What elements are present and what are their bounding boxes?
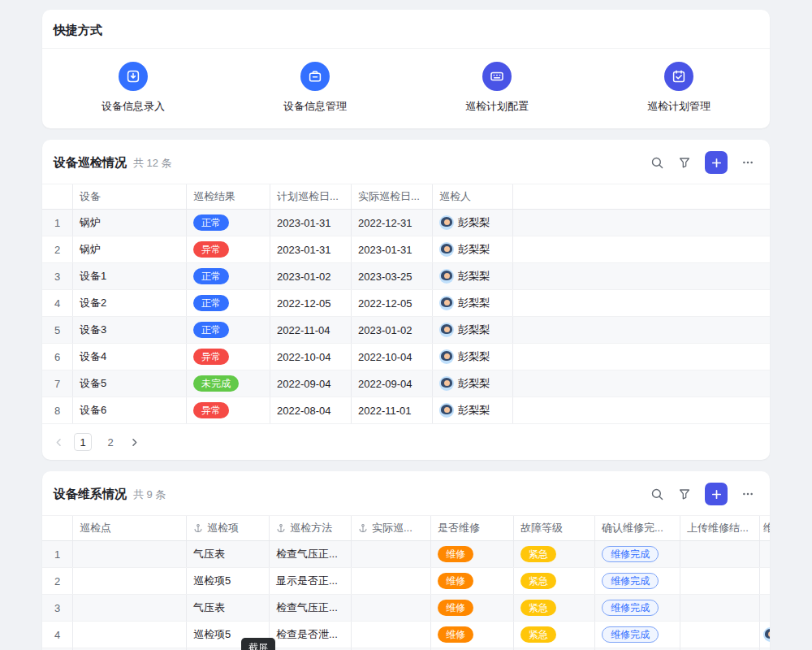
device-cell[interactable]: 设备6 bbox=[73, 397, 187, 423]
level-cell[interactable]: 紧急 bbox=[514, 541, 595, 567]
screenshot-tooltip[interactable]: 截屏 bbox=[241, 638, 275, 650]
inspector-cell[interactable]: 彭梨梨 bbox=[433, 263, 513, 289]
actual-date-cell[interactable]: 2023-01-02 bbox=[352, 317, 433, 343]
shortcut-device-entry[interactable]: 设备信息录入 bbox=[42, 62, 224, 114]
table-row[interactable]: 3 气压表 检查气压正... 维修 紧急 维修完成 bbox=[42, 595, 770, 622]
column-header-plan-date[interactable]: 计划巡检日... bbox=[270, 184, 352, 209]
actual-cell[interactable] bbox=[352, 595, 431, 621]
table-row[interactable]: 3 设备1 正常 2023-01-02 2023-03-25 彭梨梨 bbox=[42, 263, 770, 290]
result-cell[interactable]: 未完成 bbox=[187, 370, 270, 396]
table-row[interactable]: 8 设备6 异常 2022-08-04 2022-11-01 彭梨梨 bbox=[42, 397, 770, 424]
column-header-inspector[interactable]: 巡检人 bbox=[433, 184, 513, 209]
table-row[interactable]: 1 气压表 检查气压正... 维修 紧急 维修完成 bbox=[42, 541, 770, 568]
search-button[interactable] bbox=[646, 152, 667, 173]
actual-cell[interactable] bbox=[352, 622, 431, 648]
clipped-cell[interactable] bbox=[760, 595, 770, 621]
prev-page-button[interactable] bbox=[54, 437, 64, 448]
level-cell[interactable]: 紧急 bbox=[514, 595, 595, 621]
inspector-cell[interactable]: 彭梨梨 bbox=[433, 344, 513, 370]
actual-date-cell[interactable]: 2022-10-04 bbox=[352, 344, 433, 370]
repair-cell[interactable]: 维修 bbox=[431, 568, 514, 594]
table-row[interactable]: 5 设备3 正常 2022-11-04 2023-01-02 彭梨梨 bbox=[42, 317, 770, 344]
plan-date-cell[interactable]: 2022-12-05 bbox=[270, 290, 352, 316]
column-header-device[interactable]: 设备 bbox=[73, 184, 187, 209]
item-cell[interactable]: 巡检项5 bbox=[187, 568, 270, 594]
result-cell[interactable]: 正常 bbox=[187, 317, 270, 343]
upload-cell[interactable] bbox=[680, 622, 760, 648]
table-row[interactable]: 2 锅炉 异常 2023-01-31 2023-01-31 彭梨梨 bbox=[42, 236, 770, 263]
column-header-result[interactable]: 巡检结果 bbox=[187, 184, 270, 209]
clipped-cell[interactable] bbox=[760, 622, 770, 648]
level-cell[interactable]: 紧急 bbox=[514, 568, 595, 594]
actual-date-cell[interactable]: 2022-11-01 bbox=[352, 397, 433, 423]
column-header-upload[interactable]: 上传维修结... bbox=[680, 516, 760, 540]
actual-cell[interactable] bbox=[352, 568, 431, 594]
actual-cell[interactable] bbox=[352, 541, 431, 567]
actual-date-cell[interactable]: 2023-01-31 bbox=[352, 236, 433, 262]
filter-button[interactable] bbox=[674, 483, 695, 505]
result-cell[interactable]: 正常 bbox=[187, 263, 270, 289]
page-2-button[interactable]: 2 bbox=[102, 433, 119, 451]
upload-cell[interactable] bbox=[680, 595, 760, 621]
column-header-level[interactable]: 故障等级 bbox=[514, 516, 595, 540]
column-header-actual-date[interactable]: 实际巡检日... bbox=[352, 184, 433, 209]
inspector-cell[interactable]: 彭梨梨 bbox=[433, 210, 513, 236]
table-row[interactable]: 1 锅炉 正常 2023-01-31 2022-12-31 彭梨梨 bbox=[42, 210, 770, 236]
actual-date-cell[interactable]: 2022-09-04 bbox=[352, 370, 433, 396]
device-cell[interactable]: 锅炉 bbox=[73, 210, 187, 236]
plan-date-cell[interactable]: 2022-11-04 bbox=[270, 317, 352, 343]
method-cell[interactable]: 检查是否泄... bbox=[270, 622, 352, 648]
point-cell[interactable] bbox=[73, 595, 187, 621]
next-page-button[interactable] bbox=[129, 437, 140, 448]
upload-cell[interactable] bbox=[680, 568, 760, 594]
table-row[interactable]: 4 巡检项5 检查是否泄... 维修 紧急 维修完成 bbox=[42, 622, 770, 648]
result-cell[interactable]: 异常 bbox=[187, 344, 270, 370]
plan-date-cell[interactable]: 2023-01-31 bbox=[270, 210, 352, 236]
point-cell[interactable] bbox=[73, 622, 187, 648]
confirm-cell[interactable]: 维修完成 bbox=[595, 541, 680, 567]
point-cell[interactable] bbox=[73, 568, 187, 594]
repair-cell[interactable]: 维修 bbox=[431, 541, 514, 567]
add-record-button[interactable] bbox=[705, 483, 728, 505]
actual-date-cell[interactable]: 2022-12-31 bbox=[352, 210, 433, 236]
inspector-cell[interactable]: 彭梨梨 bbox=[433, 317, 513, 343]
inspector-cell[interactable]: 彭梨梨 bbox=[433, 236, 513, 262]
result-cell[interactable]: 正常 bbox=[187, 210, 270, 236]
plan-date-cell[interactable]: 2023-01-31 bbox=[270, 236, 352, 262]
repair-cell[interactable]: 维修 bbox=[431, 595, 514, 621]
column-header-repair[interactable]: 是否维修 bbox=[431, 516, 514, 540]
level-cell[interactable]: 紧急 bbox=[514, 622, 595, 648]
table-row[interactable]: 7 设备5 未完成 2022-09-04 2022-09-04 彭梨梨 bbox=[42, 370, 770, 397]
column-header-method[interactable]: 巡检方法 bbox=[270, 516, 352, 540]
result-cell[interactable]: 正常 bbox=[187, 290, 270, 316]
filter-button[interactable] bbox=[674, 152, 695, 173]
more-button[interactable] bbox=[737, 483, 758, 505]
shortcut-plan-manage[interactable]: 巡检计划管理 bbox=[588, 62, 770, 114]
table-row[interactable]: 2 巡检项5 显示是否正... 维修 紧急 维修完成 bbox=[42, 568, 770, 595]
plan-date-cell[interactable]: 2022-10-04 bbox=[270, 344, 352, 370]
column-header-point[interactable]: 巡检点 bbox=[73, 516, 187, 540]
shortcut-device-manage[interactable]: 设备信息管理 bbox=[224, 62, 406, 114]
column-header-actual[interactable]: 实际巡... bbox=[352, 516, 431, 540]
plan-date-cell[interactable]: 2022-08-04 bbox=[270, 397, 352, 423]
confirm-cell[interactable]: 维修完成 bbox=[595, 622, 680, 648]
result-cell[interactable]: 异常 bbox=[187, 236, 270, 262]
result-cell[interactable]: 异常 bbox=[187, 397, 270, 423]
actual-date-cell[interactable]: 2022-12-05 bbox=[352, 290, 433, 316]
method-cell[interactable]: 检查气压正... bbox=[270, 541, 352, 567]
method-cell[interactable]: 检查气压正... bbox=[270, 595, 352, 621]
item-cell[interactable]: 气压表 bbox=[187, 595, 270, 621]
shortcut-plan-config[interactable]: 巡检计划配置 bbox=[406, 62, 588, 114]
repair-cell[interactable]: 维修 bbox=[431, 622, 514, 648]
item-cell[interactable]: 气压表 bbox=[187, 541, 270, 567]
confirm-cell[interactable]: 维修完成 bbox=[595, 568, 680, 594]
clipped-cell[interactable] bbox=[760, 568, 770, 594]
plan-date-cell[interactable]: 2023-01-02 bbox=[270, 263, 352, 289]
table-row[interactable]: 6 设备4 异常 2022-10-04 2022-10-04 彭梨梨 bbox=[42, 344, 770, 370]
plan-date-cell[interactable]: 2022-09-04 bbox=[270, 370, 352, 396]
table-row[interactable]: 4 设备2 正常 2022-12-05 2022-12-05 彭梨梨 bbox=[42, 290, 770, 317]
inspector-cell[interactable]: 彭梨梨 bbox=[433, 370, 513, 396]
inspector-cell[interactable]: 彭梨梨 bbox=[433, 290, 513, 316]
device-cell[interactable]: 设备2 bbox=[73, 290, 187, 316]
column-header-clipped[interactable]: 维 bbox=[760, 516, 770, 540]
